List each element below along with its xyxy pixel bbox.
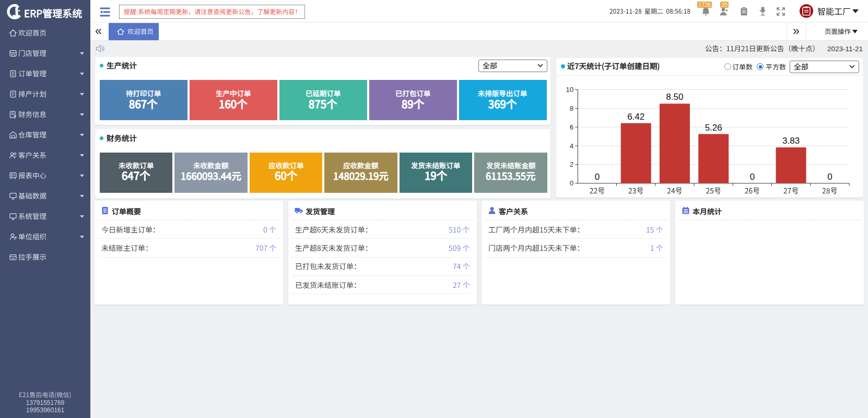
svg-text:8.50: 8.50	[666, 92, 683, 102]
svg-text:2: 2	[570, 160, 574, 168]
svg-text:10: 10	[566, 86, 573, 94]
svg-text:5.26: 5.26	[705, 123, 722, 133]
svg-text:0: 0	[570, 179, 574, 187]
svg-text:0: 0	[827, 172, 832, 182]
svg-text:0: 0	[750, 172, 755, 182]
svg-text:3.83: 3.83	[782, 136, 800, 146]
svg-text:4: 4	[570, 142, 574, 150]
svg-text:6.42: 6.42	[627, 112, 644, 122]
svg-text:0: 0	[595, 172, 600, 182]
svg-text:6: 6	[570, 123, 574, 131]
svg-text:8: 8	[570, 104, 574, 112]
